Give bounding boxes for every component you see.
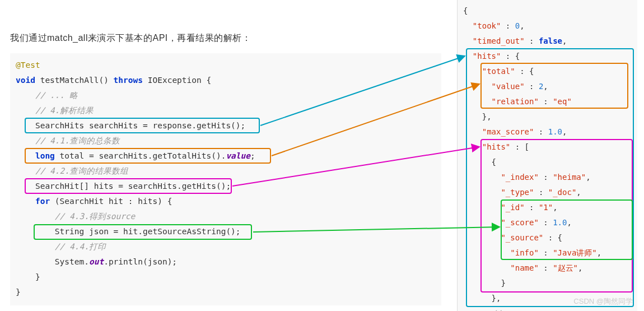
total-key: "total" xyxy=(482,67,515,76)
rbrace-inner: } xyxy=(35,272,40,281)
index-val: "heima" xyxy=(553,173,586,182)
line-json: String json = hit.getSourceAsString(); xyxy=(55,227,241,236)
line-for: (SearchHit hit : hits) { xyxy=(50,197,172,206)
name-key: "name" xyxy=(510,263,539,272)
timed-key: "timed_out" xyxy=(473,36,525,45)
kw-throws: throws xyxy=(114,76,143,85)
line-print-b: out xyxy=(89,257,104,266)
line-total-b: value xyxy=(226,151,250,160)
timed-val: false xyxy=(539,36,562,45)
relation-val: "eq" xyxy=(553,97,572,106)
kw-long: long xyxy=(35,151,55,160)
java-code-block: @Test void testMatchAll() throws IOExcep… xyxy=(10,53,441,305)
comment-2: // 4.解析结果 xyxy=(35,106,94,115)
source-key: "_source" xyxy=(501,233,543,242)
info-key: "info" xyxy=(510,248,539,257)
hits2-key: "hits" xyxy=(482,142,511,151)
json-response-block: { "took" : 0, "timed_out" : false, "hits… xyxy=(457,0,637,311)
line-print-c: .println(json); xyxy=(104,257,177,266)
method-sig: testMatchAll() xyxy=(35,76,114,85)
value-val: 2 xyxy=(539,82,543,91)
maxscore-val: 1.0 xyxy=(548,127,562,136)
type-val: "_doc" xyxy=(548,188,577,197)
comment-6: // 4.4.打印 xyxy=(55,242,106,251)
name-val: "赵云" xyxy=(553,263,578,272)
took-val: 0 xyxy=(515,21,520,30)
relation-key: "relation" xyxy=(492,97,539,106)
line-total-c: ; xyxy=(250,151,255,160)
line-total-a: total = searchHits.getTotalHits(). xyxy=(55,151,226,160)
json-ellipsis: // ... xyxy=(492,309,520,311)
line-searchhits: SearchHits searchHits = response.getHits… xyxy=(35,121,245,130)
kw-for: for xyxy=(35,197,50,206)
rbrace-outer: } xyxy=(16,287,21,296)
line-print-a: System. xyxy=(55,257,89,266)
id-val: "1" xyxy=(539,203,553,212)
type-key: "_type" xyxy=(501,188,534,197)
exception-decl: IOException { xyxy=(143,76,211,85)
maxscore-key: "max_score" xyxy=(482,127,534,136)
intro-text: 我们通过match_all来演示下基本的API，再看结果的解析： xyxy=(10,33,251,44)
comment-4: // 4.2.查询的结果数组 xyxy=(35,166,128,175)
index-key: "_index" xyxy=(501,173,538,182)
score-key: "_score" xyxy=(501,218,538,227)
info-val: "Java讲师" xyxy=(553,248,597,257)
comment-5: // 4.3.得到source xyxy=(55,212,136,221)
comment-3: // 4.1.查询的总条数 xyxy=(35,136,120,145)
kw-void: void xyxy=(16,76,35,85)
anno-test: @Test xyxy=(16,61,40,69)
hits-key: "hits" xyxy=(473,52,501,61)
line-hitsarr: SearchHit[] hits = searchHits.getHits(); xyxy=(35,182,231,191)
value-key: "value" xyxy=(492,82,525,91)
took-key: "took" xyxy=(473,21,501,30)
id-key: "_id" xyxy=(501,203,524,212)
watermark: CSDN @陶然同学 xyxy=(573,296,633,307)
comment-1: // ... 略 xyxy=(35,91,78,100)
score-val: 1.0 xyxy=(553,218,567,227)
